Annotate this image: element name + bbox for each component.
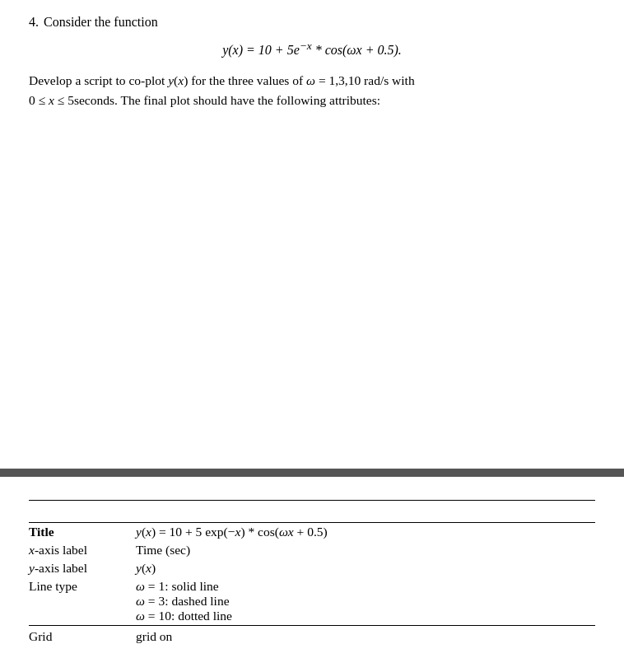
top-section: 4. Consider the function y(x) = 10 + 5e−… bbox=[0, 0, 624, 469]
divider-bar bbox=[0, 469, 624, 477]
function-formula: y(x) = 10 + 5e−x * cos(ωx + 0.5). bbox=[222, 43, 402, 57]
description-line2: 0 ≤ x ≤ 5seconds. The final plot should … bbox=[29, 93, 380, 107]
attr-grid: Grid bbox=[29, 626, 136, 648]
linetype-omega1: ω = 1: solid line bbox=[136, 579, 219, 593]
consider-text: Consider the function bbox=[44, 15, 158, 30]
table-row-linetype: Line type ω = 1: solid line ω = 3: dashe… bbox=[29, 577, 595, 626]
linetype-omega10: ω = 10: dotted line bbox=[136, 609, 232, 623]
table-row-grid: Grid grid on bbox=[29, 626, 595, 648]
bottom-section: Title y(x) = 10 + 5 exp(−x) * cos(ωx + 0… bbox=[0, 477, 624, 672]
page: 4. Consider the function y(x) = 10 + 5e−… bbox=[0, 0, 624, 672]
function-line: y(x) = 10 + 5e−x * cos(ωx + 0.5). bbox=[29, 40, 595, 58]
description-text: Develop a script to co-plot y(x) for the… bbox=[29, 71, 595, 110]
col-attr-header bbox=[29, 501, 136, 523]
table-row-title: Title y(x) = 10 + 5 exp(−x) * cos(ωx + 0… bbox=[29, 523, 595, 542]
val-xlabel: Time (sec) bbox=[136, 541, 595, 559]
attr-ylabel: y-axis label bbox=[29, 559, 136, 577]
val-linetype: ω = 1: solid line ω = 3: dashed line ω =… bbox=[136, 577, 595, 626]
val-grid: grid on bbox=[136, 626, 595, 648]
val-title: y(x) = 10 + 5 exp(−x) * cos(ωx + 0.5) bbox=[136, 523, 595, 542]
attr-xlabel: x-axis label bbox=[29, 541, 136, 559]
question-number: 4. bbox=[29, 15, 39, 30]
table-row-ylabel: y-axis label y(x) bbox=[29, 559, 595, 577]
linetype-omega3: ω = 3: dashed line bbox=[136, 594, 230, 608]
attr-linetype: Line type bbox=[29, 577, 136, 626]
description-line1: Develop a script to co-plot y(x) for the… bbox=[29, 73, 415, 87]
col-val-header bbox=[136, 501, 595, 523]
attr-title: Title bbox=[29, 523, 136, 542]
question-header: 4. Consider the function bbox=[29, 15, 595, 30]
table-row-xlabel: x-axis label Time (sec) bbox=[29, 541, 595, 559]
val-ylabel: y(x) bbox=[136, 559, 595, 577]
attributes-table: Title y(x) = 10 + 5 exp(−x) * cos(ωx + 0… bbox=[29, 500, 595, 647]
